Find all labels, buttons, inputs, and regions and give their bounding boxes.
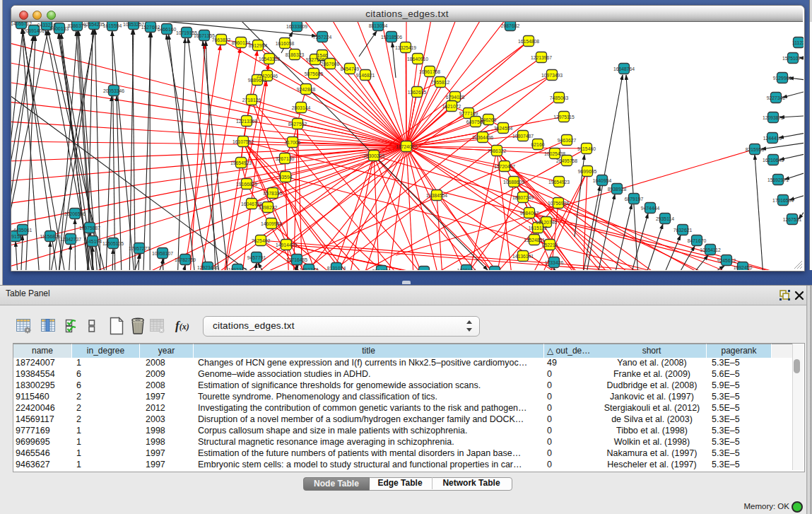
- svg-text:9600133: 9600133: [50, 26, 69, 31]
- svg-text:1092345: 1092345: [228, 267, 247, 271]
- svg-text:7663822: 7663822: [212, 37, 231, 42]
- svg-text:9084067: 9084067: [520, 211, 539, 216]
- svg-text:1254808: 1254808: [486, 269, 505, 271]
- svg-text:12923446: 12923446: [197, 265, 218, 270]
- svg-text:8912954: 8912954: [249, 43, 268, 48]
- svg-text:20206556: 20206556: [64, 211, 86, 216]
- svg-text:8215958: 8215958: [746, 147, 765, 152]
- svg-text:14914479: 14914479: [276, 243, 297, 247]
- svg-text:5875685: 5875685: [305, 71, 324, 76]
- svg-text:1733426: 1733426: [545, 260, 564, 265]
- svg-text:9777169: 9777169: [459, 111, 478, 116]
- svg-text:19654923: 19654923: [548, 180, 570, 185]
- svg-text:3498222: 3498222: [259, 205, 278, 210]
- svg-text:8471670: 8471670: [688, 238, 707, 243]
- svg-text:7357224: 7357224: [313, 35, 332, 40]
- svg-text:8454749: 8454749: [341, 66, 360, 71]
- svg-text:1838104: 1838104: [457, 268, 476, 271]
- svg-text:16210643: 16210643: [763, 158, 784, 163]
- svg-text:1616058: 1616058: [276, 41, 295, 46]
- svg-text:8427552: 8427552: [288, 122, 307, 127]
- svg-text:1615132: 1615132: [529, 226, 548, 230]
- svg-text:15751074: 15751074: [782, 56, 804, 61]
- svg-text:12093872: 12093872: [763, 115, 784, 120]
- svg-text:18724007: 18724007: [396, 144, 417, 149]
- svg-text:16107552: 16107552: [233, 139, 254, 144]
- svg-text:252214: 252214: [542, 243, 558, 247]
- svg-text:13716485: 13716485: [286, 257, 307, 262]
- svg-text:16648764: 16648764: [613, 66, 635, 71]
- svg-text:2718126: 2718126: [242, 98, 261, 103]
- svg-text:2087682: 2087682: [501, 23, 520, 28]
- svg-text:17016504: 17016504: [772, 198, 794, 203]
- svg-text:16961758: 16961758: [419, 69, 440, 74]
- svg-text:12213369: 12213369: [236, 119, 257, 124]
- svg-text:1145194: 1145194: [83, 239, 102, 244]
- svg-text:14055712: 14055712: [11, 22, 32, 26]
- svg-text:2803144: 2803144: [292, 105, 311, 110]
- svg-text:53594: 53594: [279, 175, 293, 180]
- svg-text:14609948: 14609948: [261, 221, 282, 226]
- svg-text:9699695: 9699695: [578, 169, 597, 174]
- svg-text:18640910: 18640910: [407, 57, 428, 62]
- svg-text:7625402: 7625402: [252, 238, 271, 243]
- svg-text:7986322: 7986322: [488, 148, 507, 153]
- svg-text:20364436: 20364436: [472, 135, 493, 140]
- svg-text:1092450: 1092450: [734, 265, 753, 270]
- svg-text:10782759: 10782759: [175, 257, 196, 262]
- svg-text:15720407: 15720407: [494, 164, 515, 169]
- svg-text:15692971: 15692971: [767, 177, 789, 182]
- svg-text:02654235: 02654235: [83, 22, 105, 27]
- svg-text:10807487: 10807487: [512, 134, 534, 139]
- svg-text:8186323: 8186323: [286, 52, 305, 57]
- svg-text:9889601: 9889601: [248, 78, 267, 83]
- svg-text:8131074: 8131074: [327, 266, 346, 271]
- svg-text:7955812: 7955812: [431, 80, 450, 85]
- svg-text:8813054: 8813054: [369, 23, 388, 28]
- svg-text:4435061: 4435061: [13, 228, 33, 233]
- svg-text:7485063: 7485063: [550, 95, 569, 100]
- svg-text:1244415: 1244415: [763, 136, 782, 141]
- svg-text:10654112: 10654112: [700, 247, 721, 252]
- svg-text:19654923: 19654923: [230, 160, 252, 165]
- svg-text:9242848: 9242848: [297, 87, 316, 92]
- svg-text:12505135: 12505135: [102, 241, 124, 246]
- svg-text:1057231: 1057231: [415, 269, 434, 271]
- svg-text:11156829: 11156829: [40, 234, 60, 239]
- svg-text:20053346: 20053346: [103, 88, 124, 93]
- svg-text:8938928: 8938928: [608, 187, 627, 192]
- svg-text:2867608: 2867608: [321, 62, 340, 66]
- svg-text:1546: 1546: [317, 53, 327, 58]
- svg-text:10025438: 10025438: [544, 151, 565, 156]
- svg-text:9474444: 9474444: [641, 206, 660, 211]
- svg-text:9129966: 9129966: [773, 76, 792, 81]
- svg-text:8578335: 8578335: [264, 191, 283, 196]
- svg-text:19218506: 19218506: [381, 35, 402, 40]
- svg-text:1640954: 1640954: [593, 178, 612, 183]
- svg-text:18807249: 18807249: [512, 195, 534, 200]
- svg-text:11122: 11122: [792, 40, 804, 45]
- svg-text:16033809: 16033809: [286, 24, 307, 29]
- svg-text:10975887: 10975887: [79, 226, 100, 230]
- svg-text:9457791: 9457791: [247, 255, 266, 260]
- svg-text:62160: 62160: [531, 142, 545, 147]
- svg-text:9463627: 9463627: [558, 138, 577, 143]
- svg-text:20691406: 20691406: [23, 28, 45, 33]
- svg-text:3267130: 3267130: [276, 156, 295, 161]
- svg-text:19166825: 19166825: [236, 182, 257, 187]
- svg-text:13524851: 13524851: [524, 238, 545, 243]
- svg-text:19384554: 19384554: [426, 193, 447, 198]
- svg-text:2935114: 2935114: [656, 216, 674, 221]
- svg-text:6466160: 6466160: [158, 27, 177, 32]
- svg-text:6794028: 6794028: [446, 95, 465, 100]
- svg-text:8960124: 8960124: [232, 40, 251, 45]
- svg-text:1092344: 1092344: [300, 267, 319, 271]
- svg-text:39154: 39154: [11, 234, 23, 239]
- svg-text:9146821: 9146821: [356, 73, 375, 78]
- svg-text:25300203: 25300203: [363, 153, 384, 158]
- svg-text:1621072: 1621072: [442, 104, 461, 109]
- svg-text:13325419: 13325419: [395, 45, 416, 50]
- svg-text:10958107: 10958107: [152, 251, 173, 256]
- svg-text:3624554: 3624554: [494, 126, 513, 131]
- svg-text:26495758: 26495758: [556, 158, 577, 163]
